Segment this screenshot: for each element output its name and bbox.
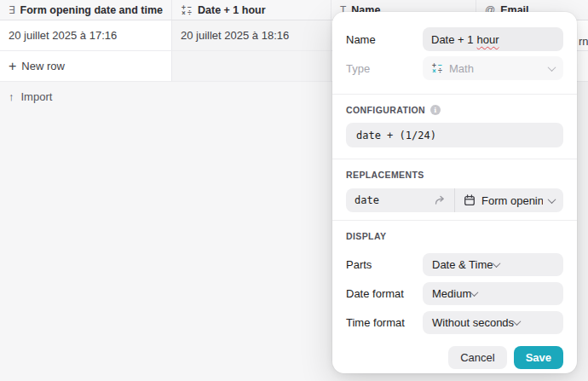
- date-format-label: Date format: [346, 287, 423, 300]
- parts-label: Parts: [346, 258, 423, 271]
- type-row: Type +−×÷ Math: [346, 56, 563, 80]
- column-header-label: Form opening date and time: [20, 4, 163, 16]
- display-heading: DISPLAY: [346, 231, 563, 241]
- configuration-heading: CONFIGURATION i: [346, 105, 563, 115]
- replacement-row: date Form opening da: [346, 188, 563, 212]
- replacement-target-select[interactable]: Form opening da: [454, 188, 563, 212]
- import-label: Import: [21, 90, 53, 103]
- name-value-misspelled: hour: [477, 33, 499, 46]
- name-row: Name Date + 1hour: [346, 27, 563, 51]
- time-format-value: Without seconds: [432, 316, 514, 329]
- new-row-button[interactable]: + New row: [0, 51, 172, 81]
- chevron-down-icon: [470, 288, 479, 297]
- parts-row: Parts Date & Time: [346, 253, 563, 276]
- chevron-down-icon: [492, 259, 500, 268]
- time-format-label: Time format: [346, 316, 423, 329]
- parts-value: Date & Time: [432, 258, 493, 271]
- name-input[interactable]: Date + 1hour: [423, 27, 563, 51]
- time-format-row: Time format Without seconds: [346, 311, 563, 334]
- divider: [332, 159, 577, 159]
- date-format-value: Medium: [432, 287, 471, 300]
- type-value: Math: [449, 62, 474, 75]
- replacement-target-value: Form opening da: [481, 194, 543, 207]
- column-header-form-opening[interactable]: ∃ Form opening date and time: [0, 0, 172, 20]
- replacement-variable: date: [346, 188, 454, 212]
- name-field-label: Name: [346, 33, 423, 46]
- chevron-down-icon: [548, 63, 556, 72]
- parts-select[interactable]: Date & Time: [423, 253, 563, 276]
- name-value: Date + 1: [431, 33, 474, 46]
- chevron-down-icon: [513, 317, 522, 326]
- math-icon: +−×÷: [181, 4, 193, 16]
- plus-icon: +: [9, 60, 16, 73]
- math-icon: +−×÷: [431, 62, 443, 74]
- column-header-label: Date + 1 hour: [198, 4, 266, 16]
- new-row-label: New row: [21, 60, 65, 72]
- empty-cell[interactable]: [172, 51, 331, 81]
- type-field-label: Type: [346, 62, 423, 75]
- calendar-icon: [464, 194, 476, 206]
- time-format-select[interactable]: Without seconds: [423, 311, 563, 334]
- replace-arrow-icon: [435, 195, 446, 205]
- email-cell-fragment: rn: [579, 35, 588, 48]
- column-header-date-plus-1h[interactable]: +−×÷ Date + 1 hour: [172, 0, 331, 20]
- column-settings-panel: Name Date + 1hour Type +−×÷ Math CONFIGU…: [332, 12, 577, 373]
- save-button[interactable]: Save: [514, 346, 563, 369]
- cell-form-opening[interactable]: 20 juillet 2025 à 17:16: [0, 20, 172, 50]
- cancel-button[interactable]: Cancel: [448, 346, 506, 369]
- date-format-select[interactable]: Medium: [423, 282, 563, 305]
- submission-date-icon: ∃: [9, 4, 15, 16]
- info-icon[interactable]: i: [430, 105, 441, 115]
- cell-date-plus-1h[interactable]: 20 juillet 2025 à 18:16: [172, 20, 331, 50]
- type-select[interactable]: +−×÷ Math: [423, 56, 563, 80]
- import-button[interactable]: ↑ Import: [9, 90, 52, 103]
- app-screen: ∃ Form opening date and time +−×÷ Date +…: [0, 0, 588, 381]
- replacements-heading: REPLACEMENTS: [346, 170, 563, 180]
- panel-footer: Cancel Save: [346, 346, 563, 369]
- date-format-row: Date format Medium: [346, 282, 563, 305]
- formula-input[interactable]: date + (1/24): [346, 123, 563, 147]
- chevron-down-icon: [548, 195, 556, 204]
- upload-arrow-icon: ↑: [9, 90, 14, 103]
- divider: [332, 220, 577, 221]
- divider: [332, 94, 577, 95]
